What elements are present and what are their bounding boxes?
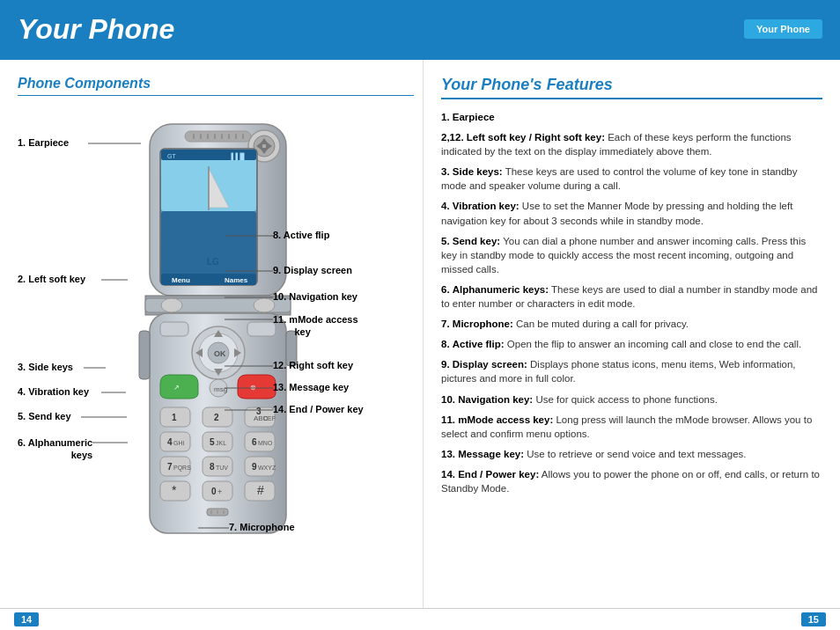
svg-text:9: 9: [252, 462, 257, 472]
feature-13: 13. Message key: Use to retrieve or send…: [441, 447, 822, 461]
feature-11: 11. mMode access key: Long press will la…: [441, 413, 822, 441]
svg-rect-35: [160, 322, 188, 336]
svg-point-31: [254, 298, 275, 312]
page-title: Your Phone: [18, 13, 174, 46]
svg-text:LG: LG: [207, 257, 219, 267]
svg-text:6: 6: [252, 437, 257, 447]
header-tab: Your Phone: [744, 19, 822, 39]
main-content: Phone Components: [0, 60, 840, 608]
feature-6: 6. Alphanumeric keys: These keys are use…: [441, 282, 822, 311]
left-panel: Phone Components: [0, 60, 423, 608]
svg-text:0: 0: [211, 487, 217, 496]
feature-9: 9. Display screen: Displays phone status…: [441, 357, 822, 385]
feature-1: 1. Earpiece: [441, 110, 822, 124]
feature-2-12: 2,12. Left soft key / Right soft key: Ea…: [441, 130, 822, 158]
feature-3: 3. Side keys: These keys are used to con…: [441, 165, 822, 193]
svg-text:GT: GT: [167, 153, 176, 159]
feature-10: 10. Navigation key: Use for quick access…: [441, 392, 822, 407]
svg-text:+: +: [217, 487, 222, 496]
svg-text:1: 1: [172, 413, 177, 422]
svg-text:↗: ↗: [173, 384, 180, 392]
svg-rect-18: [161, 211, 256, 284]
page-number-left: 14: [14, 612, 39, 626]
svg-text:TUV: TUV: [216, 465, 228, 471]
left-section-title: Phone Components: [18, 76, 414, 96]
svg-rect-36: [247, 322, 276, 336]
feature-4: 4. Vibration key: Use to set the Manner …: [441, 199, 822, 227]
svg-text:Menu: Menu: [172, 276, 190, 284]
svg-text:7: 7: [167, 462, 173, 472]
feature-8: 8. Active flip: Open the flip to answer …: [441, 337, 822, 351]
svg-text:3: 3: [256, 407, 262, 416]
svg-text:JKL: JKL: [216, 440, 226, 446]
svg-text:8: 8: [210, 462, 215, 472]
page-footer: 14 15: [0, 608, 840, 630]
svg-text:Names: Names: [225, 276, 248, 284]
svg-text:GHI: GHI: [173, 440, 185, 446]
svg-text:MNO: MNO: [258, 440, 273, 446]
svg-text:4: 4: [167, 437, 173, 447]
feature-7: 7. Microphone: Can be muted during a cal…: [441, 317, 822, 331]
svg-point-30: [161, 298, 182, 312]
svg-text:WXYZ: WXYZ: [258, 465, 276, 471]
right-panel: Your Phone's Features 1. Earpiece 2,12. …: [423, 60, 840, 608]
feature-14: 14. End / Power key: Allows you to power…: [441, 467, 822, 495]
page-number-right: 15: [801, 612, 826, 626]
svg-text:5: 5: [210, 437, 215, 447]
svg-text:OK: OK: [214, 349, 226, 358]
svg-text:#: #: [257, 483, 264, 497]
feature-5: 5. Send key: You can dial a phone number…: [441, 234, 822, 276]
features-title: Your Phone's Features: [441, 76, 822, 99]
features-list: 1. Earpiece 2,12. Left soft key / Right …: [441, 110, 822, 495]
phone-diagram: GT ▐▐▐▌ Menu Names LG: [18, 106, 414, 573]
svg-rect-33: [139, 331, 150, 379]
svg-text:DEF: DEF: [263, 415, 276, 421]
page-header: Your Phone Your Phone: [0, 0, 840, 60]
svg-text:*: *: [172, 483, 177, 497]
svg-text:2: 2: [214, 413, 219, 422]
svg-text:PQRS: PQRS: [173, 465, 191, 472]
svg-rect-1: [185, 131, 251, 142]
